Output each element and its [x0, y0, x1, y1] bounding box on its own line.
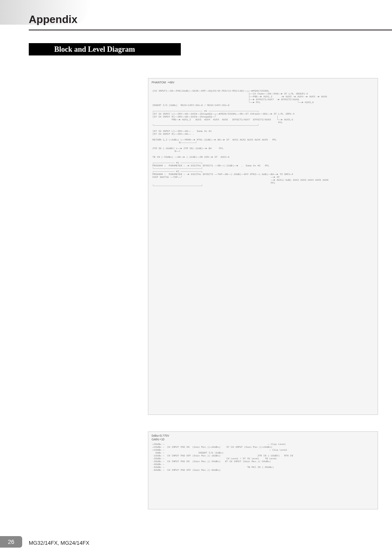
product-model-footer: MG32/14FX, MG24/14FX	[29, 540, 89, 546]
level-diagram-figure: 0dBu=0.775V GAIN:+10 +30dBu ─ ─ Clip Lev…	[148, 431, 378, 509]
block-diagram-figure: PHANTOM +48V [CH INPUT]──HA──PAD(26dB)──…	[148, 78, 378, 415]
page-number-tab: 26	[0, 536, 22, 548]
section-heading-bar: Block and Level Diagram	[29, 43, 181, 55]
chapter-rule	[29, 30, 392, 30]
block-diagram-schematic: [CH INPUT]──HA──PAD(26dB)──GAIN──HPF──EQ…	[148, 78, 378, 194]
page-number: 26	[8, 539, 14, 545]
chapter-title: Appendix	[29, 13, 77, 26]
section-heading-text: Block and Level Diagram	[54, 45, 135, 54]
block-diagram-phantom-label: PHANTOM +48V	[152, 81, 174, 85]
level-diagram-ref: 0dBu=0.775V GAIN:+10	[152, 434, 169, 442]
level-diagram-plot: +30dBu ─ ─ Clip Level +20dBu ─ CH INPUT …	[148, 432, 378, 479]
